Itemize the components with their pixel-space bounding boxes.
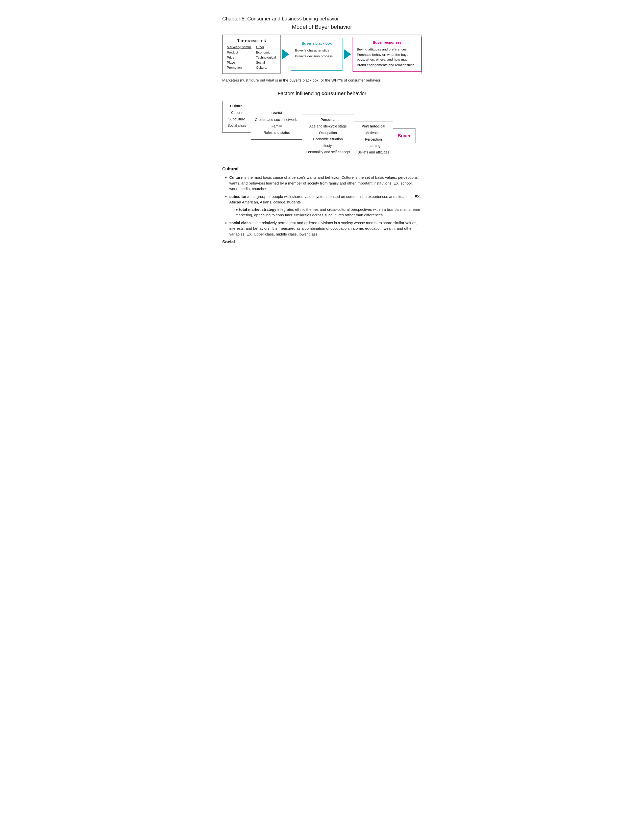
- personal-item-4: Lifestyle: [306, 143, 350, 148]
- social-class-text: is the relatively permanent and ordered …: [229, 220, 417, 236]
- psych-box: Psychological Motivation Perception Lear…: [354, 121, 393, 159]
- personal-box: Personal Age and life-cycle stage Occupa…: [302, 114, 354, 159]
- factors-diagram: Cultural Culture Subculture Social class…: [222, 101, 422, 159]
- cultural-section: Cultural Culture is the most basic cause…: [222, 166, 422, 237]
- total-market-strategy-item: total market strategy integrates ethnic …: [235, 207, 422, 218]
- responses-item-1: Buying attitudes and preferences: [357, 47, 417, 52]
- culture-bold: Culture: [229, 175, 243, 180]
- marketer-note: Marketers must figure out what is in the…: [222, 77, 422, 83]
- env-col2: Other Economic Technological Social Cult…: [256, 45, 276, 71]
- cultural-item-1: Culture: [226, 110, 248, 115]
- env-col2-item-4: Cultural: [256, 65, 276, 70]
- social-item-3: Roles and status: [255, 130, 298, 135]
- psych-box-title: Psychological: [357, 124, 390, 129]
- factors-title-end: behavior: [346, 91, 366, 96]
- arrow-2: [343, 49, 353, 60]
- subculture-text: is a group of people with shared value s…: [229, 195, 421, 204]
- buyer-box: Buyer: [393, 128, 415, 143]
- chapter-title: Chapter 5: Consumer and business buying …: [222, 15, 422, 22]
- subculture-bold: subculture: [229, 195, 249, 199]
- env-col2-item-3: Social: [256, 60, 276, 65]
- cultural-item-3: Social class: [226, 123, 248, 128]
- cultural-bullet-2: subculture is a group of people with sha…: [229, 194, 422, 218]
- responses-box: Buyer responses Buying attitudes and pre…: [353, 37, 422, 72]
- culture-text: is the most basic cause of a person's wa…: [229, 175, 419, 191]
- cultural-box: Cultural Culture Subculture Social class: [222, 101, 251, 132]
- psych-item-3: Learning: [357, 143, 390, 148]
- blackbox-item-1: Buyer's characteristics: [295, 48, 338, 53]
- subculture-sub-list: total market strategy integrates ethnic …: [235, 207, 422, 218]
- personal-item-3: Economic situation: [306, 137, 350, 142]
- blackbox-item-2: Buyer's decision process: [295, 54, 338, 59]
- psych-item-1: Motivation: [357, 130, 390, 135]
- personal-item-2: Occupation: [306, 130, 350, 135]
- psych-item-2: Perception: [357, 137, 390, 142]
- arrow-1: [280, 49, 291, 60]
- env-col2-item-2: Technological: [256, 55, 276, 60]
- responses-item-3: Brand engagements and relationships: [357, 63, 417, 68]
- env-box-title: The environment: [227, 38, 276, 43]
- personal-item-1: Age and life-cycle stage: [306, 124, 350, 129]
- social-box: Social Groups and social networks Family…: [251, 108, 302, 139]
- blackbox-box: Buyer's black box Buyer's characteristic…: [291, 38, 343, 71]
- env-col2-header: Other: [256, 45, 276, 50]
- social-section-heading: Social: [222, 239, 422, 245]
- social-item-2: Family: [255, 124, 298, 129]
- cultural-box-title: Cultural: [226, 104, 248, 109]
- factors-title-bold: consumer: [322, 91, 346, 96]
- env-col2-item-1: Economic: [256, 50, 276, 55]
- social-item-1: Groups and social networks: [255, 117, 298, 122]
- personal-box-title: Personal: [306, 117, 350, 122]
- cultural-item-2: Subculture: [226, 117, 248, 122]
- environment-box: The environment Marketing stimuli Produc…: [222, 35, 280, 74]
- env-col1-item-3: Place: [227, 60, 251, 65]
- total-market-bold: total market strategy: [239, 207, 277, 212]
- model-title: Model of Buyer behavior: [222, 23, 422, 31]
- social-box-title: Social: [255, 111, 298, 116]
- env-col1-item-1: Product: [227, 50, 251, 55]
- psych-item-4: Beliefs and attitudes: [357, 150, 390, 155]
- env-col1-header: Marketing stimuli: [227, 45, 251, 50]
- buyer-model-diagram: The environment Marketing stimuli Produc…: [222, 35, 422, 74]
- env-col1-item-4: Promotion: [227, 65, 251, 70]
- env-col1-item-2: Price: [227, 55, 251, 60]
- blackbox-title: Buyer's black box: [295, 41, 338, 46]
- env-col1: Marketing stimuli Product Price Place Pr…: [227, 45, 251, 71]
- personal-item-5: Personality and self-concept: [306, 150, 350, 155]
- social-class-bold: social class: [229, 220, 251, 225]
- cultural-bullet-3: social class is the relatively permanent…: [229, 220, 422, 237]
- responses-title: Buyer responses: [357, 40, 417, 45]
- factors-title: Factors influencing consumer behavior: [222, 90, 422, 97]
- cultural-bullet-1: Culture is the most basic cause of a per…: [229, 175, 422, 192]
- cultural-bullet-list: Culture is the most basic cause of a per…: [229, 175, 422, 237]
- responses-item-2: Purchase behavior: what the buyer buys, …: [357, 53, 417, 62]
- factors-title-start: Factors influencing: [277, 91, 321, 96]
- cultural-heading: Cultural: [222, 166, 422, 172]
